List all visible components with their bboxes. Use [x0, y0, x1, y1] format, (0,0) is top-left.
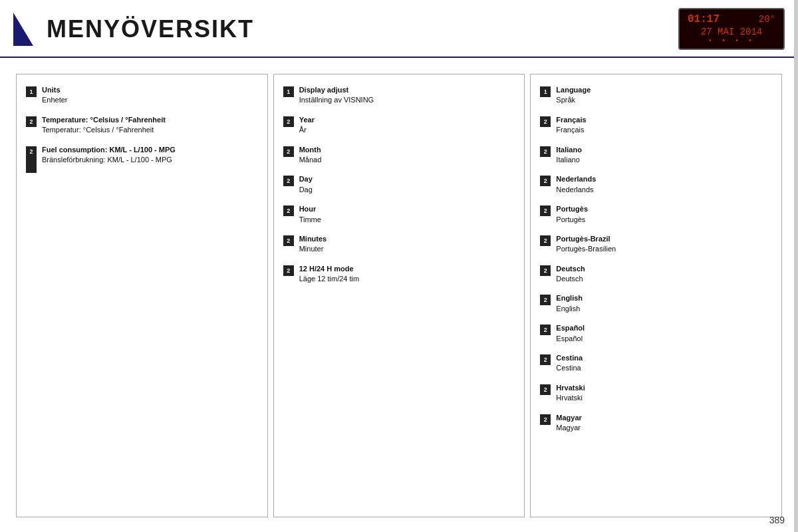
item-line2: Månad [299, 155, 322, 165]
item-line2: Portugès-Brasilien [556, 244, 616, 254]
display-top-row: 01:17 20° [688, 13, 775, 25]
item-text: YearÅr [299, 115, 315, 136]
item-badge: 2 [283, 265, 294, 276]
item-badge: 2 [26, 116, 37, 127]
item-line2: Italiano [556, 155, 582, 165]
item-text: DayDag [299, 174, 313, 195]
item-line1: 12 H/24 H mode [299, 264, 360, 274]
menu-item: 212 H/24 H modeLäge 12 tim/24 tim [283, 264, 515, 285]
item-text: EspañolEspañol [556, 323, 585, 344]
menu-item: 2Fuel consumption: KM/L - L/100 - MPGBrä… [26, 145, 258, 173]
menu-item: 2EspañolEspañol [540, 323, 772, 344]
item-line1: Portugès [556, 204, 588, 214]
item-line2: År [299, 125, 315, 135]
item-text: HourTimme [299, 204, 321, 225]
menu-item: 2DeutschDeutsch [540, 264, 772, 285]
item-text: CestinaCestina [556, 353, 583, 374]
item-text: ItalianoItaliano [556, 145, 582, 166]
item-badge: 2 [540, 295, 551, 305]
item-line2: Timme [299, 215, 321, 225]
item-line2: Dag [299, 185, 313, 195]
item-text: Fuel consumption: KM/L - L/100 - MPGBrän… [42, 145, 176, 166]
menu-item: 2FrançaisFrançais [540, 115, 772, 136]
item-badge: 2 [540, 205, 551, 216]
item-line1: Portugès-Brazil [556, 234, 616, 244]
item-text: Temperature: °Celsius / °FahrenheitTempe… [42, 115, 166, 136]
item-text: 12 H/24 H modeLäge 12 tim/24 tim [299, 264, 360, 285]
item-badge: 2 [540, 384, 551, 395]
item-badge: 2 [283, 116, 294, 127]
item-line2: Español [556, 334, 585, 344]
item-line1: English [556, 293, 583, 303]
item-text: LanguageSpråk [556, 85, 591, 106]
menu-item: 2Temperature: °Celsius / °FahrenheitTemp… [26, 115, 258, 136]
item-text: NederlandsNederlands [556, 174, 596, 195]
menu-item: 2DayDag [283, 174, 515, 195]
menu-item: 2YearÅr [283, 115, 515, 136]
item-badge: 1 [540, 86, 551, 97]
menu-item: 2Portugès-BrazilPortugès-Brasilien [540, 234, 772, 255]
item-line1: Fuel consumption: KM/L - L/100 - MPG [42, 145, 176, 155]
menu-item: 1UnitsEnheter [26, 85, 258, 106]
panel-display: 1Display adjustInställning av VISNING2Ye… [273, 74, 525, 517]
display-dots: • • • • [688, 37, 775, 45]
item-badge: 2 [283, 146, 294, 157]
item-text: Display adjustInställning av VISNING [299, 85, 374, 106]
menu-item: 2EnglishEnglish [540, 293, 772, 314]
item-line2: Temperatur: °Celsius / °Fahrenheit [42, 125, 166, 135]
item-text: Portugès-BrazilPortugès-Brasilien [556, 234, 616, 255]
item-line1: Nederlands [556, 174, 596, 184]
item-line2: Enheter [42, 95, 68, 105]
item-line2: Bränsleförbrukning: KM/L - L/100 - MPG [42, 155, 176, 165]
item-text: PortugèsPortugès [556, 204, 588, 225]
item-line1: Cestina [556, 353, 583, 363]
item-line1: Year [299, 115, 315, 125]
item-badge: 2 [540, 176, 551, 186]
item-badge: 2 [540, 414, 551, 425]
menu-item: 2ItalianoItaliano [540, 145, 772, 166]
item-line1: Hrvatski [556, 383, 585, 393]
item-line1: Temperature: °Celsius / °Fahrenheit [42, 115, 166, 125]
page-title: MENYÖVERSIKT [47, 15, 254, 43]
item-text: MagyarMagyar [556, 413, 582, 434]
main-content: 1UnitsEnheter2Temperature: °Celsius / °F… [0, 58, 798, 527]
item-line1: Display adjust [299, 85, 374, 95]
item-line2: Språk [556, 95, 591, 105]
page-number: 389 [769, 515, 785, 525]
item-badge: 2 [283, 235, 294, 246]
item-badge: 2 [540, 325, 551, 335]
item-line2: Français [556, 125, 586, 135]
item-line2: Cestina [556, 363, 583, 373]
display-time: 01:17 [688, 13, 720, 25]
item-text: MinutesMinuter [299, 234, 327, 255]
item-line1: Español [556, 323, 585, 333]
menu-item: 2MonthMånad [283, 145, 515, 166]
item-badge: 2 [540, 354, 551, 365]
item-text: MonthMånad [299, 145, 322, 166]
decorative-slash [13, 13, 33, 46]
item-line2: Inställning av VISNING [299, 95, 374, 105]
item-line1: Minutes [299, 234, 327, 244]
item-badge: 2 [540, 235, 551, 246]
menu-item: 2NederlandsNederlands [540, 174, 772, 195]
item-line1: Units [42, 85, 68, 95]
item-badge: 2 [283, 205, 294, 216]
right-border [794, 0, 798, 532]
item-badge: 1 [26, 86, 37, 97]
item-text: UnitsEnheter [42, 85, 68, 106]
item-line1: Français [556, 115, 586, 125]
item-text: HrvatskiHrvatski [556, 383, 585, 404]
display-temp: 20° [759, 14, 775, 25]
menu-item: 1LanguageSpråk [540, 85, 772, 106]
item-line1: Deutsch [556, 264, 585, 274]
item-line1: Language [556, 85, 591, 95]
display-widget: 01:17 20° 27 MAI 2014 • • • • [678, 8, 785, 50]
item-text: FrançaisFrançais [556, 115, 586, 136]
item-line1: Day [299, 174, 313, 184]
item-line2: Läge 12 tim/24 tim [299, 274, 360, 284]
menu-item: 2PortugèsPortugès [540, 204, 772, 225]
item-line1: Magyar [556, 413, 582, 423]
page-header: MENYÖVERSIKT 01:17 20° 27 MAI 2014 • • •… [0, 0, 798, 58]
item-line1: Italiano [556, 145, 582, 155]
menu-item: 2MinutesMinuter [283, 234, 515, 255]
